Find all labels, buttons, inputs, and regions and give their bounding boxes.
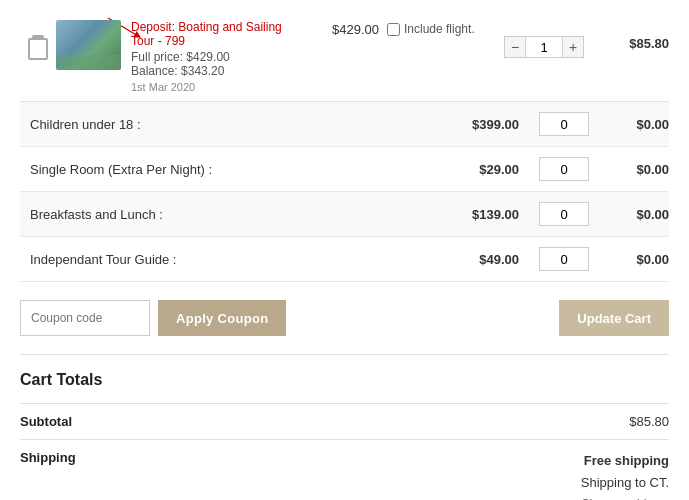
subtotal-row: Subtotal $85.80	[20, 403, 669, 439]
cart-totals-section: Cart Totals Subtotal $85.80 Shipping Fre…	[20, 355, 669, 500]
extra-label-children: Children under 18 :	[20, 117, 439, 132]
update-cart-button[interactable]: Update Cart	[559, 300, 669, 336]
delete-item-wrap[interactable]	[20, 20, 56, 60]
product-row-total: $85.80	[599, 20, 669, 51]
shipping-to-text: Shipping to CT.	[160, 472, 669, 494]
product-label: Deposit: Boating and Sailing Tour - 799	[131, 20, 299, 48]
include-flight-checkbox[interactable]	[387, 23, 400, 36]
product-thumbnail	[56, 20, 121, 70]
product-price: $429.00	[299, 20, 379, 37]
shipping-label: Shipping	[20, 450, 160, 465]
extra-qty-breakfasts[interactable]	[539, 202, 589, 226]
extra-price-single-room: $29.00	[439, 162, 519, 177]
extra-row-breakfasts: Breakfasts and Lunch : $139.00 $0.00	[20, 192, 669, 237]
change-address-link[interactable]: Change address	[160, 494, 669, 500]
cart-container: Deposit: Boating and Sailing Tour - 799 …	[0, 0, 689, 500]
extra-row-children: Children under 18 : $399.00 $0.00	[20, 102, 669, 147]
cart-totals-title: Cart Totals	[20, 371, 669, 389]
extra-total-single-room: $0.00	[599, 162, 669, 177]
qty-col: − +	[489, 20, 599, 58]
shipping-row: Shipping Free shipping Shipping to CT. C…	[20, 439, 669, 500]
extra-qty-children[interactable]	[539, 112, 589, 136]
extra-label-breakfasts: Breakfasts and Lunch :	[20, 207, 439, 222]
include-flight-col: Include flight.	[379, 20, 489, 36]
extra-total-children: $0.00	[599, 117, 669, 132]
extra-label-single-room: Single Room (Extra Per Night) :	[20, 162, 439, 177]
coupon-row: Apply Coupon Update Cart	[20, 282, 669, 355]
shipping-details: Free shipping Shipping to CT. Change add…	[160, 450, 669, 500]
apply-coupon-button[interactable]: Apply Coupon	[158, 300, 286, 336]
product-balance: Balance: $343.20	[131, 64, 299, 78]
extra-total-breakfasts: $0.00	[599, 207, 669, 222]
delete-icon[interactable]	[28, 38, 48, 60]
extra-label-tour-guide: Independant Tour Guide :	[20, 252, 439, 267]
qty-increase-btn[interactable]: +	[562, 36, 584, 58]
extra-price-tour-guide: $49.00	[439, 252, 519, 267]
extra-qty-single-room[interactable]	[539, 157, 589, 181]
include-flight-label[interactable]: Include flight.	[387, 22, 489, 36]
extra-qty-tour-guide[interactable]	[539, 247, 589, 271]
extras-section: Children under 18 : $399.00 $0.00 Single…	[20, 102, 669, 282]
product-fullprice: Full price: $429.00	[131, 50, 299, 64]
product-date: 1st Mar 2020	[131, 81, 299, 93]
coupon-input[interactable]	[20, 300, 150, 336]
cart-product-row: Deposit: Boating and Sailing Tour - 799 …	[20, 10, 669, 102]
extra-total-tour-guide: $0.00	[599, 252, 669, 267]
subtotal-value: $85.80	[160, 414, 669, 429]
extra-price-breakfasts: $139.00	[439, 207, 519, 222]
extra-row-tour-guide: Independant Tour Guide : $49.00 $0.00	[20, 237, 669, 282]
shipping-free-text: Free shipping	[160, 450, 669, 472]
qty-decrease-btn[interactable]: −	[504, 36, 526, 58]
product-info: Deposit: Boating and Sailing Tour - 799 …	[131, 20, 299, 93]
subtotal-label: Subtotal	[20, 414, 160, 429]
extra-price-children: $399.00	[439, 117, 519, 132]
extra-row-single-room: Single Room (Extra Per Night) : $29.00 $…	[20, 147, 669, 192]
qty-input[interactable]	[526, 36, 562, 58]
